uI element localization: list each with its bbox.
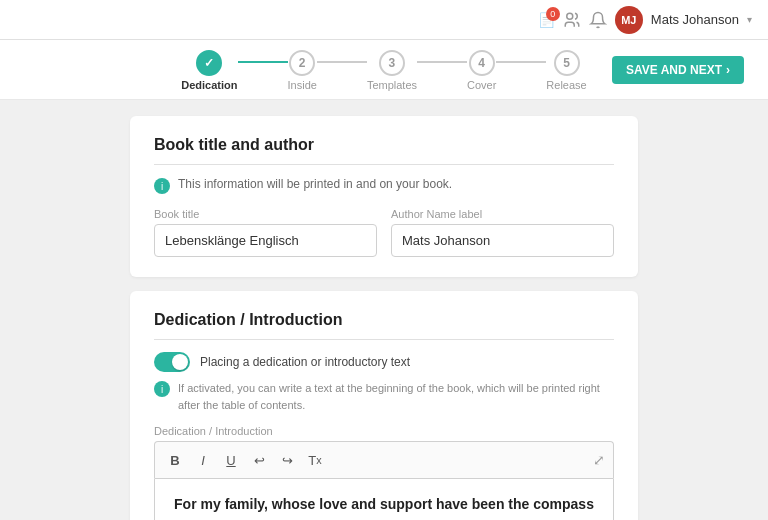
- nav-icons: 📄 0 MJ Mats Johanson ▾: [538, 6, 752, 34]
- warning-row: i If activated, you can write a text at …: [154, 380, 614, 413]
- step-circle-3: 3: [379, 50, 405, 76]
- bell-icon-btn[interactable]: [589, 11, 607, 29]
- step-connector-1: [238, 61, 288, 63]
- users-icon-btn[interactable]: [563, 11, 581, 29]
- step-bar: ✓ Dedication 2 Inside 3 Templates 4 Cove…: [0, 40, 768, 100]
- step-label-4: Cover: [467, 79, 496, 91]
- chevron-down-icon[interactable]: ▾: [747, 14, 752, 25]
- step-circle-2: 2: [289, 50, 315, 76]
- step-2[interactable]: 2 Inside: [288, 50, 317, 91]
- toggle-knob: [172, 354, 188, 370]
- step-3[interactable]: 3 Templates: [367, 50, 417, 91]
- expand-icon[interactable]: ⤢: [593, 452, 605, 468]
- dedication-toggle[interactable]: [154, 352, 190, 372]
- step-bar-inner: ✓ Dedication 2 Inside 3 Templates 4 Cove…: [181, 50, 586, 91]
- info-icon-1: i: [154, 178, 170, 194]
- toolbar-undo-button[interactable]: ↩: [247, 448, 271, 472]
- step-label-3: Templates: [367, 79, 417, 91]
- step-5[interactable]: 5 Release: [546, 50, 586, 91]
- toolbar-clear-format-button[interactable]: Tx: [303, 448, 327, 472]
- author-name-label: Author Name label: [391, 208, 614, 220]
- step-circle-4: 4: [469, 50, 495, 76]
- step-circle-5: 5: [554, 50, 580, 76]
- info-text-1: This information will be printed in and …: [178, 177, 452, 191]
- card-title-1: Book title and author: [154, 136, 614, 165]
- users-icon: [563, 11, 581, 29]
- step-1[interactable]: ✓ Dedication: [181, 50, 237, 91]
- dedication-field-label: Dedication / Introduction: [154, 425, 614, 437]
- toolbar-redo-button[interactable]: ↪: [275, 448, 299, 472]
- arrow-right-icon: ›: [726, 63, 730, 77]
- step-label-1: Dedication: [181, 79, 237, 91]
- card-title-2: Dedication / Introduction: [154, 311, 614, 340]
- toggle-label: Placing a dedication or introductory tex…: [200, 355, 410, 369]
- editor-toolbar: B I U ↩ ↪ Tx ⤢: [154, 441, 614, 478]
- info-row-1: i This information will be printed in an…: [154, 177, 614, 194]
- top-nav: 📄 0 MJ Mats Johanson ▾: [0, 0, 768, 40]
- step-4[interactable]: 4 Cover: [467, 50, 496, 91]
- toolbar-italic-button[interactable]: I: [191, 448, 215, 472]
- pages-button[interactable]: 📄 0: [538, 12, 555, 28]
- author-name-input[interactable]: [391, 224, 614, 257]
- step-connector-2: [317, 61, 367, 63]
- step-connector-3: [417, 61, 467, 63]
- card-book-info: Book title and author i This information…: [130, 116, 638, 277]
- save-next-button[interactable]: SAVE AND NEXT ›: [612, 56, 744, 84]
- toggle-row: Placing a dedication or introductory tex…: [154, 352, 614, 372]
- toolbar-bold-button[interactable]: B: [163, 448, 187, 472]
- svg-point-0: [567, 13, 573, 19]
- editor-content: For my family, whose love and support ha…: [171, 493, 597, 520]
- main-content: Book title and author i This information…: [0, 100, 768, 520]
- editor-area[interactable]: For my family, whose love and support ha…: [154, 478, 614, 520]
- pages-badge: 0: [546, 7, 560, 21]
- step-circle-1: ✓: [196, 50, 222, 76]
- warning-text: If activated, you can write a text at th…: [178, 380, 614, 413]
- book-title-label: Book title: [154, 208, 377, 220]
- step-connector-4: [496, 61, 546, 63]
- step-label-2: Inside: [288, 79, 317, 91]
- fields-row: Book title Author Name label: [154, 208, 614, 257]
- book-title-input[interactable]: [154, 224, 377, 257]
- author-name-field: Author Name label: [391, 208, 614, 257]
- toolbar-underline-button[interactable]: U: [219, 448, 243, 472]
- book-title-field: Book title: [154, 208, 377, 257]
- user-name-label: Mats Johanson: [651, 12, 739, 27]
- card-dedication: Dedication / Introduction Placing a dedi…: [130, 291, 638, 520]
- info-icon-2: i: [154, 381, 170, 397]
- avatar[interactable]: MJ: [615, 6, 643, 34]
- bell-icon: [589, 11, 607, 29]
- step-label-5: Release: [546, 79, 586, 91]
- save-next-label: SAVE AND NEXT: [626, 63, 722, 77]
